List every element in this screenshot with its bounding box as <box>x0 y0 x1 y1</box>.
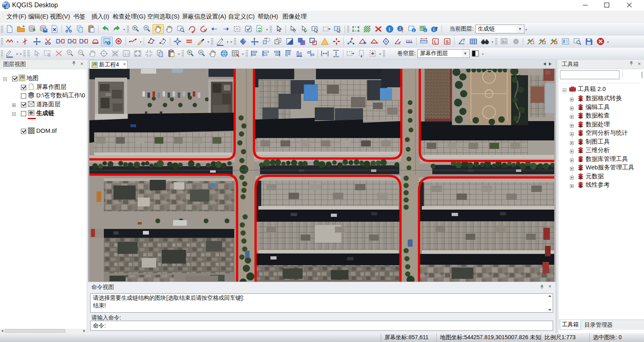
svg-text:?: ? <box>462 38 465 43</box>
svg-text:L: L <box>434 39 437 44</box>
svg-text:S: S <box>446 39 448 44</box>
svg-text:?: ? <box>293 29 296 33</box>
svg-text:+: + <box>60 39 62 43</box>
svg-text:+: + <box>83 39 85 43</box>
svg-text:i: i <box>425 28 426 32</box>
svg-text:i: i <box>413 28 415 32</box>
svg-text:i: i <box>389 27 390 32</box>
svg-text:1:1: 1:1 <box>124 52 129 56</box>
svg-text:i: i <box>399 27 400 31</box>
svg-text:i: i <box>108 41 109 45</box>
svg-text:i: i <box>433 27 434 32</box>
svg-text:+: + <box>71 39 73 43</box>
